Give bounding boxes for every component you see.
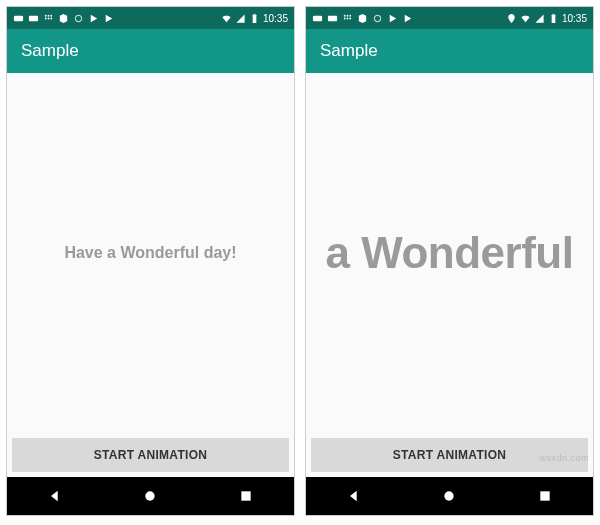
svg-rect-25 [540,491,549,500]
app-bar: Sample [306,29,593,73]
svg-point-19 [347,17,349,19]
play-icon [402,13,413,24]
watermark-text: wsxdn.com [539,453,589,463]
svg-point-15 [344,14,346,16]
youtube-icon [13,13,24,24]
wifi-icon [221,13,232,24]
maps-icon [58,13,69,24]
svg-rect-12 [241,491,250,500]
svg-rect-10 [254,13,256,14]
status-right-icons: 10:35 [221,13,288,24]
svg-point-3 [48,14,50,16]
signal-icon [235,13,246,24]
svg-point-16 [347,14,349,16]
circle-icon [372,13,383,24]
circle-icon [73,13,84,24]
button-area: START ANIMATION [7,433,294,477]
svg-rect-23 [553,13,555,14]
battery-icon [548,13,559,24]
nav-home-icon[interactable] [142,488,158,504]
navigation-bar [306,477,593,515]
svg-point-18 [344,17,346,19]
svg-point-24 [445,491,454,500]
phone-right: 10:35 Sample a Wonderful START ANIMATION… [305,6,594,516]
svg-rect-1 [29,15,38,21]
phone-left: 10:35 Sample Have a Wonderful day! START… [6,6,295,516]
svg-rect-14 [328,15,337,21]
nav-home-icon[interactable] [441,488,457,504]
signal-icon [534,13,545,24]
nav-back-icon[interactable] [47,488,63,504]
nav-recent-icon[interactable] [537,488,553,504]
apps-icon [342,13,353,24]
message-text: Have a Wonderful day! [64,244,236,262]
svg-point-17 [349,14,351,16]
maps-icon [357,13,368,24]
battery-icon [249,13,260,24]
message-text-scaled: a Wonderful [326,228,574,278]
play-icon [103,13,114,24]
status-bar: 10:35 [7,7,294,29]
play-icon [88,13,99,24]
svg-rect-0 [14,15,23,21]
apps-icon [43,13,54,24]
svg-point-11 [146,491,155,500]
play-icon [387,13,398,24]
wifi-icon [520,13,531,24]
svg-point-7 [50,17,52,19]
status-time: 10:35 [263,13,288,24]
status-left-icons [312,13,413,24]
app-bar: Sample [7,29,294,73]
svg-rect-22 [552,14,556,22]
svg-point-5 [45,17,47,19]
status-right-icons: 10:35 [506,13,587,24]
svg-rect-9 [253,14,257,22]
nav-back-icon[interactable] [346,488,362,504]
svg-point-2 [45,14,47,16]
start-animation-button[interactable]: START ANIMATION [12,438,289,472]
svg-point-8 [75,15,81,21]
svg-point-4 [50,14,52,16]
status-bar: 10:35 [306,7,593,29]
app-title: Sample [21,41,79,61]
app-title: Sample [320,41,378,61]
content-area: a Wonderful [306,73,593,433]
navigation-bar [7,477,294,515]
status-time: 10:35 [562,13,587,24]
video-icon [28,13,39,24]
location-icon [506,13,517,24]
content-area: Have a Wonderful day! [7,73,294,433]
status-left-icons [13,13,114,24]
svg-point-6 [48,17,50,19]
youtube-icon [312,13,323,24]
svg-point-20 [349,17,351,19]
nav-recent-icon[interactable] [238,488,254,504]
svg-rect-13 [313,15,322,21]
video-icon [327,13,338,24]
svg-point-21 [374,15,380,21]
